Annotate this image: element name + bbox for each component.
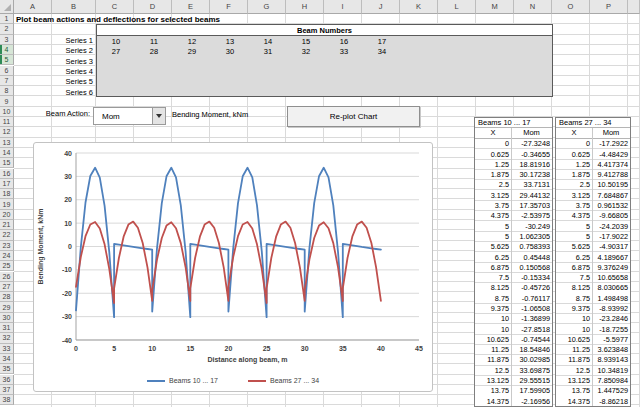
row-header-35[interactable]: 35 [0, 364, 14, 374]
cell-x[interactable]: 13.125 [556, 376, 592, 385]
beam-number-cell[interactable]: 16 [325, 37, 363, 46]
row-header-33[interactable]: 33 [0, 344, 14, 354]
cell-x[interactable]: 0.625 [475, 150, 511, 159]
row-header-14[interactable]: 14 [0, 148, 14, 158]
cell-x[interactable]: 4.375 [556, 211, 592, 220]
cell-x[interactable]: 6.25 [475, 253, 511, 262]
cell-x[interactable]: 10 [475, 314, 511, 323]
cell-mom[interactable]: 10.34819 [592, 366, 630, 375]
column-header-F[interactable]: F [210, 0, 248, 14]
cell-x[interactable]: 9.375 [475, 304, 511, 313]
cell-x[interactable]: 11.25 [556, 345, 592, 354]
cell-mom[interactable]: -0.34655 [511, 150, 552, 159]
beam-number-cell[interactable]: 30 [211, 47, 249, 56]
cell-mom[interactable]: -23.2846 [592, 314, 630, 323]
cell-x[interactable]: 14.375 [475, 397, 511, 406]
cell-mom[interactable]: 29.44132 [511, 191, 552, 200]
row-header-16[interactable]: 16 [0, 169, 14, 179]
column-header-K[interactable]: K [400, 0, 438, 14]
chart-object[interactable]: -40-30-20-10010203040051015202530354045D… [33, 142, 433, 392]
beam-number-cell[interactable]: 28 [135, 47, 173, 56]
row-header-34[interactable]: 34 [0, 354, 14, 364]
cell-mom[interactable]: 4.417374 [592, 160, 630, 169]
row-header-36[interactable]: 36 [0, 375, 14, 385]
legend-item[interactable]: Beams 27 ... 34 [248, 377, 319, 384]
beam-number-cell[interactable]: 31 [249, 47, 287, 56]
row-header-22[interactable]: 22 [0, 230, 14, 240]
cell-x[interactable]: 5 [556, 232, 592, 241]
series-label-cell[interactable]: Series 3 [52, 57, 93, 66]
cell-x[interactable]: 13.125 [475, 376, 511, 385]
series-label-cell[interactable]: Series 5 [52, 77, 93, 86]
cell-mom[interactable]: -2.53975 [511, 211, 552, 220]
cell-mom[interactable]: 17.35703 [511, 201, 552, 210]
cell-mom[interactable]: -30.249 [511, 222, 552, 231]
cell-mom[interactable]: 18.81916 [511, 160, 552, 169]
cell-mom[interactable]: 0.961532 [592, 201, 630, 210]
cell-mom[interactable]: 10.50195 [592, 180, 630, 189]
cell-x[interactable]: 10 [556, 325, 592, 334]
series-label-cell[interactable]: Series 4 [52, 67, 93, 76]
column-header-D[interactable]: D [134, 0, 172, 14]
select-all-corner[interactable] [0, 0, 14, 14]
cell-mom[interactable]: -9.66805 [592, 211, 630, 220]
cell-x[interactable]: 13.75 [556, 386, 592, 395]
row-header-2[interactable]: 2 [0, 24, 14, 34]
row-header-17[interactable]: 17 [0, 179, 14, 189]
row-header-19[interactable]: 19 [0, 199, 14, 209]
cell-x[interactable]: 1.25 [475, 160, 511, 169]
action-description[interactable]: Bending Moment, kNm [172, 110, 248, 119]
row-header-21[interactable]: 21 [0, 220, 14, 230]
cell-mom[interactable]: 1.498498 [592, 294, 630, 303]
cell-mom[interactable]: -0.15334 [511, 273, 552, 282]
cell-mom[interactable]: 3.623848 [592, 345, 630, 354]
cell-mom[interactable]: 0.45448 [511, 253, 552, 262]
cell-x[interactable]: 0 [556, 139, 592, 148]
cell-x[interactable]: 0.625 [556, 150, 592, 159]
cell-mom[interactable]: -4.48429 [592, 150, 630, 159]
cell-x[interactable]: 10 [475, 325, 511, 334]
cell-mom[interactable]: 7.684867 [592, 191, 630, 200]
cell-x[interactable]: 4.375 [475, 211, 511, 220]
cell-mom[interactable]: -0.74544 [511, 335, 552, 344]
beam-number-cell[interactable]: 34 [363, 47, 401, 56]
cell-x[interactable]: 12.5 [556, 366, 592, 375]
beam-number-cell[interactable]: 17 [363, 37, 401, 46]
cell-mom[interactable]: 9.376249 [592, 263, 630, 272]
legend-item[interactable]: Beams 10 ... 17 [147, 377, 218, 384]
cell-mom[interactable]: 10.65658 [592, 273, 630, 282]
cell-mom[interactable]: 0.758393 [511, 242, 552, 251]
cell-x[interactable]: 12.5 [475, 366, 511, 375]
cell-mom[interactable]: -27.3248 [511, 139, 552, 148]
row-header-38[interactable]: 38 [0, 395, 14, 405]
beam-number-cell[interactable]: 12 [173, 37, 211, 46]
column-header-A[interactable]: A [14, 0, 52, 14]
row-header-11[interactable]: 11 [0, 117, 14, 127]
column-header-N[interactable]: N [514, 0, 552, 14]
cell-mom[interactable]: -27.8518 [511, 325, 552, 334]
cell-x[interactable]: 8.75 [556, 294, 592, 303]
cell-x[interactable]: 3.125 [475, 191, 511, 200]
cell-mom[interactable]: -5.5977 [592, 335, 630, 344]
row-header-6[interactable]: 6 [0, 66, 14, 76]
row-header-24[interactable]: 24 [0, 251, 14, 261]
cell-x[interactable]: 11.25 [475, 345, 511, 354]
row-header-10[interactable]: 10 [0, 107, 14, 117]
column-header-H[interactable]: H [286, 0, 324, 14]
cell-x[interactable]: 5.625 [556, 242, 592, 251]
beam-number-cell[interactable]: 32 [287, 47, 325, 56]
column-header-partial[interactable] [628, 0, 640, 14]
cell-x[interactable]: 13.75 [475, 386, 511, 395]
row-header-32[interactable]: 32 [0, 333, 14, 343]
series-label-cell[interactable]: Series 6 [52, 88, 93, 97]
beam-action-label[interactable]: Beam Action: [28, 109, 90, 118]
cell-mom[interactable]: 9.412788 [592, 170, 630, 179]
column-header-G[interactable]: G [248, 0, 286, 14]
series-label-cell[interactable]: Series 1 [52, 36, 93, 45]
cell-mom[interactable]: -24.2039 [592, 222, 630, 231]
cell-x[interactable]: 14.375 [556, 397, 592, 406]
cell-x[interactable]: 5 [475, 232, 511, 241]
cell-x[interactable]: 6.875 [556, 263, 592, 272]
cell-mom[interactable]: -17.2922 [592, 139, 630, 148]
cell-mom[interactable]: 33.7131 [511, 180, 552, 189]
